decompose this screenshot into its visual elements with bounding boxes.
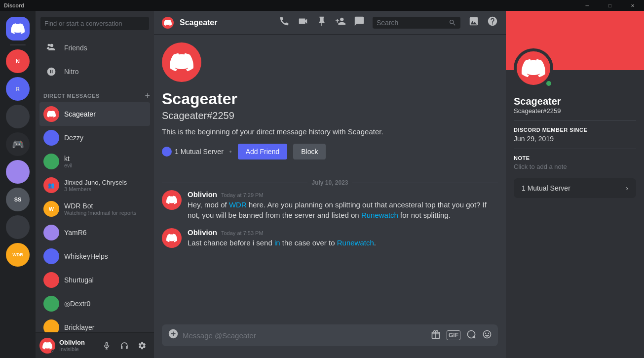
nitro-label: Nitro: [64, 68, 79, 76]
nitro-item[interactable]: Nitro: [39, 60, 150, 83]
server-icon-4[interactable]: 🎮: [6, 132, 30, 156]
server-icon-2[interactable]: R: [6, 77, 30, 101]
chat-input-box: GIF: [162, 324, 498, 346]
add-attachment-button[interactable]: [168, 324, 179, 346]
dm-item-scageater[interactable]: Scageater: [39, 102, 150, 126]
profile-username: Scageater: [514, 96, 636, 107]
mutual-servers-section[interactable]: 1 Mutual Server ›: [514, 178, 636, 198]
search-icon: [449, 19, 456, 27]
server-icon-1[interactable]: N: [6, 49, 30, 73]
dm-name-dezzy: Dezzy: [64, 134, 146, 142]
dm-avatar-dezzy: [43, 130, 59, 146]
profile-tag: Scageater#2259: [514, 107, 636, 115]
settings-button[interactable]: [134, 338, 150, 354]
msg1-text: Hey, mod of WDR here. Are you planning o…: [188, 199, 498, 220]
dm-avatar-kt: [43, 154, 59, 169]
server-icon-wdr[interactable]: WDR: [6, 243, 30, 267]
dm-search-container[interactable]: [36, 11, 154, 36]
chat-area: Scageater: [154, 11, 506, 358]
dm-item-shurtugal[interactable]: Shurtugal: [39, 268, 150, 292]
mutual-servers-header[interactable]: 1 Mutual Server ›: [514, 178, 636, 198]
msg1-header: Oblivion Today at 7:29 PM: [188, 190, 498, 199]
chat-intro: Scageater Scageater#2259 This is the beg…: [162, 42, 498, 171]
dm-item-wdrbot[interactable]: W WDR Bot Watching !modmail for reports: [39, 197, 150, 221]
dm-item-dezzy[interactable]: Dezzy: [39, 126, 150, 150]
friends-label: Friends: [64, 44, 87, 52]
window-controls[interactable]: ─ □ ✕: [576, 0, 644, 11]
dm-item-jinxed[interactable]: 👥 Jinxed Juno, Chryseis 3 Members: [39, 173, 150, 197]
dm-item-whiskeyhelps[interactable]: WhiskeyHelps: [39, 244, 150, 268]
close-btn[interactable]: ✕: [621, 0, 644, 11]
dm-subtext-kt: evil: [64, 162, 146, 168]
dm-name-shurtugal: Shurtugal: [64, 276, 146, 284]
server-icon-home[interactable]: [6, 17, 30, 40]
inbox-icon[interactable]: [468, 16, 479, 29]
dm-avatar-dextr0: [43, 296, 59, 312]
add-member-icon[interactable]: [335, 16, 346, 29]
dm-name-dextr0: ◎Dextr0: [64, 300, 146, 308]
gif-button[interactable]: GIF: [447, 330, 460, 341]
dm-avatar-jinxed: 👥: [43, 177, 59, 193]
gift-button[interactable]: [431, 329, 441, 342]
dm-avatar-yamr6: [43, 225, 59, 240]
call-icon[interactable]: [279, 16, 290, 29]
profile-avatar-wrap: [514, 48, 553, 88]
minimize-btn[interactable]: ─: [576, 0, 599, 11]
emoji-button[interactable]: [482, 329, 492, 342]
server-icon-6[interactable]: [6, 215, 30, 239]
note-input[interactable]: Click to add a note: [514, 163, 636, 170]
dm-name-kt: kt: [64, 155, 146, 162]
user-bar-info: Oblivion Invisible: [59, 339, 95, 352]
maximize-btn[interactable]: □: [599, 0, 621, 11]
add-dm-button[interactable]: +: [145, 91, 150, 100]
search-input[interactable]: [377, 19, 446, 27]
mute-button[interactable]: [99, 338, 114, 354]
msg2-text: Last chance before i send in the case ov…: [188, 238, 498, 248]
dm-name-scageater: Scageater: [64, 110, 146, 118]
dm-name-bricklayer: Bricklayer: [64, 323, 146, 331]
dm-avatar-shurtugal: [43, 272, 59, 288]
pin-icon[interactable]: [316, 16, 327, 29]
dm-icon[interactable]: [354, 16, 365, 29]
dm-name-jinxed: Jinxed Juno, Chryseis: [64, 179, 146, 186]
msg1-avatar: [162, 190, 182, 210]
server-icon-ss[interactable]: SS: [6, 188, 30, 211]
add-friend-button[interactable]: Add Friend: [238, 144, 287, 159]
server-icon-5[interactable]: [6, 160, 30, 184]
dm-avatar-wdrbot: W: [43, 201, 59, 217]
mutual-servers-chevron: ›: [626, 184, 628, 192]
search-bar[interactable]: [373, 17, 460, 29]
message-input[interactable]: [183, 325, 427, 346]
dm-item-yamr6[interactable]: YamR6: [39, 221, 150, 244]
chat-header: Scageater: [154, 11, 506, 35]
mutual-server-info: 1 Mutual Server: [162, 147, 224, 157]
deafen-button[interactable]: [116, 338, 132, 354]
note-label: NOTE: [514, 155, 636, 161]
chat-header-name: Scageater: [180, 18, 218, 27]
help-icon[interactable]: [487, 16, 498, 29]
profile-banner: [506, 11, 644, 70]
user-bar-name: Oblivion: [59, 339, 95, 346]
dm-search-input[interactable]: [40, 17, 149, 30]
user-bar-status: Invisible: [59, 346, 95, 352]
member-since-label: DISCORD MEMBER SINCE: [514, 127, 636, 133]
chat-header-actions: [279, 16, 498, 29]
dm-item-kt[interactable]: kt evil: [39, 150, 150, 173]
msg2-content: Oblivion Today at 7:53 PM Last chance be…: [188, 228, 498, 248]
server-icon-3[interactable]: [6, 105, 30, 128]
chat-header-avatar: [162, 17, 174, 29]
sticker-button[interactable]: [466, 329, 476, 342]
msg1-content: Oblivion Today at 7:29 PM Hey, mod of WD…: [188, 190, 498, 220]
friends-item[interactable]: Friends: [39, 36, 150, 60]
block-button[interactable]: Block: [293, 144, 326, 159]
date-divider: July 10, 2023: [162, 171, 498, 190]
video-icon[interactable]: [298, 16, 308, 29]
mutual-servers-title: 1 Mutual Server: [522, 184, 570, 192]
user-bar-avatar: [39, 338, 55, 354]
dm-item-dextr0[interactable]: ◎Dextr0: [39, 292, 150, 316]
dm-avatar-whiskeyhelps: [43, 248, 59, 264]
intro-avatar: [162, 42, 201, 82]
input-actions: GIF: [431, 329, 492, 342]
dm-item-bricklayer[interactable]: Bricklayer: [39, 316, 150, 332]
dm-info-scageater: Scageater: [64, 110, 146, 118]
